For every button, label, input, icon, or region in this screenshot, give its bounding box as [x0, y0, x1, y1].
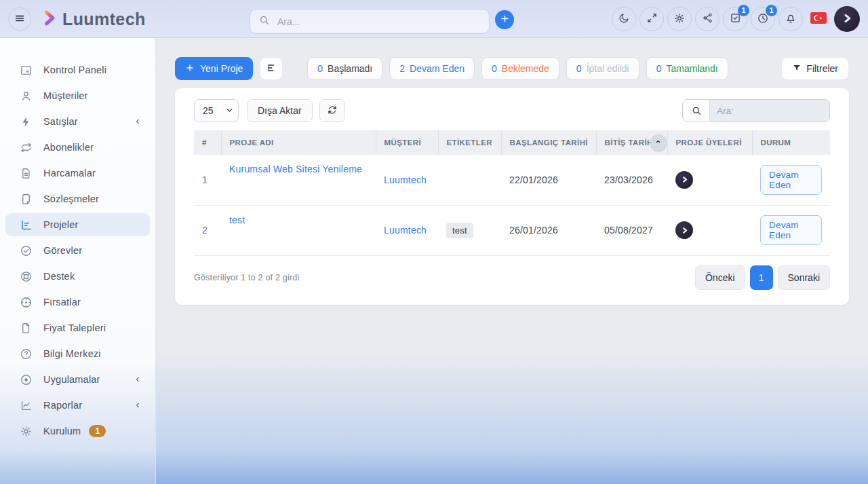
bell-icon	[785, 12, 797, 26]
sidebar-item-label: Uygulamalar	[43, 374, 100, 385]
sidebar-item-label: Kontrol Paneli	[43, 64, 106, 75]
customer-link[interactable]: Luumtech	[384, 225, 427, 236]
tasks-button[interactable]: 1	[723, 7, 747, 31]
time-tracking-button[interactable]: 1	[751, 7, 775, 31]
global-search-input[interactable]	[276, 16, 481, 28]
chip-beklemede[interactable]: 0 Beklemede	[481, 57, 559, 80]
chip-baslamadi[interactable]: 0 Başlamadı	[307, 57, 382, 80]
sidebar-item-label: Satışlar	[43, 116, 78, 127]
pagination: Önceki 1 Sonraki	[695, 265, 830, 290]
member-avatar[interactable]	[675, 171, 693, 189]
settings-button[interactable]	[667, 7, 692, 31]
export-button[interactable]: Dışa Aktar	[247, 99, 313, 122]
refresh-button[interactable]	[319, 99, 345, 122]
subscriptions-icon	[19, 141, 33, 154]
column-header-proje-uyeleri[interactable]: PROJE ÜYELERİ	[667, 130, 752, 155]
project-name-link[interactable]: Kurumsal Web Sitesi Yenileme	[229, 164, 362, 174]
chevron-left-icon	[134, 375, 142, 384]
language-button[interactable]	[806, 7, 831, 31]
time-count-badge: 1	[766, 5, 777, 16]
status-filter-chips: 0 Başlamadı 2 Devam Eden 0 Beklemede 0 İ…	[307, 57, 728, 80]
page-size-select[interactable]: 25	[194, 99, 239, 122]
search-icon	[683, 100, 710, 122]
fullscreen-button[interactable]	[639, 7, 664, 31]
filters-button[interactable]: Filtreler	[781, 57, 849, 80]
sidebar-item-sozlesmeler[interactable]: Sözleşmeler	[5, 187, 150, 210]
projects-card: 25 Dışa Aktar	[175, 88, 849, 305]
brand-chevron-icon	[41, 9, 59, 30]
sort-ascending-button[interactable]	[650, 134, 667, 151]
apps-icon	[19, 373, 33, 386]
row-number-link[interactable]: 2	[202, 225, 208, 236]
sidebar-item-label: Müşteriler	[43, 90, 88, 101]
sidebar-item-gorevler[interactable]: Görevler	[5, 239, 150, 262]
sidebar-item-label: Destek	[43, 271, 75, 282]
column-header-etiketler[interactable]: ETİKETLER	[438, 130, 501, 155]
setup-gear-icon	[19, 424, 33, 438]
sidebar-item-firsatlar[interactable]: Fırsatlar	[5, 291, 150, 314]
sidebar-toggle-button[interactable]	[8, 7, 31, 31]
chip-iptal-edildi[interactable]: 0 İptal edildi	[566, 57, 639, 80]
chip-devam-eden[interactable]: 2 Devam Eden	[389, 57, 475, 80]
column-header-proje-adi[interactable]: PROJE ADI	[221, 130, 376, 155]
column-header-bitis-tarihi[interactable]: BİTİŞ TARİHİ	[596, 130, 667, 155]
reports-icon	[19, 398, 33, 412]
column-header-durum[interactable]: DURUM	[752, 130, 830, 155]
status-badge[interactable]: Devam Eden	[760, 215, 822, 245]
tags-cell	[438, 155, 501, 205]
sidebar-item-musteriler[interactable]: Müşteriler	[5, 84, 150, 107]
sidebar-item-abonelikler[interactable]: Abonelikler	[5, 136, 150, 159]
dark-mode-button[interactable]	[612, 7, 636, 31]
previous-page-button[interactable]: Önceki	[695, 265, 745, 290]
customer-link[interactable]: Luumtech	[384, 174, 427, 185]
start-date: 26/01/2026	[501, 205, 596, 255]
current-page-button[interactable]: 1	[750, 265, 773, 290]
column-header-num[interactable]: #	[194, 130, 221, 155]
projects-icon	[19, 218, 33, 231]
sidebar-item-bilgi-merkezi[interactable]: Bilgi Merkezi	[5, 342, 150, 365]
header-actions: 1 1	[612, 6, 860, 32]
notifications-button[interactable]	[778, 7, 803, 31]
expenses-icon	[19, 166, 33, 180]
share-button[interactable]	[695, 7, 719, 31]
sidebar-item-kurulum[interactable]: Kurulum 1	[5, 420, 150, 443]
column-header-musteri[interactable]: MÜŞTERİ	[376, 130, 438, 155]
sidebar-item-fiyat-talepleri[interactable]: Fiyat Talepleri	[5, 316, 150, 339]
sidebar-item-kontrol-paneli[interactable]: Kontrol Paneli	[5, 58, 150, 81]
sidebar-item-raporlar[interactable]: Raporlar	[5, 394, 150, 417]
brand-logo[interactable]: Luumtech	[41, 0, 146, 38]
column-header-baslangic-tarihi[interactable]: BAŞLANGIÇ TARİHİ	[501, 130, 596, 155]
member-avatar[interactable]	[675, 221, 693, 239]
sidebar-item-satislar[interactable]: Satışlar	[5, 110, 150, 133]
user-avatar[interactable]	[834, 6, 860, 32]
top-header: Luumtech	[0, 0, 868, 38]
column-header-label: BİTİŞ TARİHİ	[605, 138, 656, 147]
row-number-link[interactable]: 1	[202, 174, 208, 185]
sidebar-item-destek[interactable]: Destek	[5, 265, 150, 288]
view-toggle-button[interactable]	[260, 57, 283, 80]
new-project-button[interactable]: Yeni Proje	[175, 57, 253, 80]
sidebar-item-label: Raporlar	[43, 400, 82, 411]
chip-tamamlandi[interactable]: 0 Tamamlandı	[646, 57, 728, 80]
sidebar-item-harcamalar[interactable]: Harcamalar	[5, 162, 150, 185]
plus-icon	[500, 14, 510, 26]
chip-count: 0	[492, 63, 497, 74]
opportunities-icon	[19, 295, 33, 309]
table-header-row: # PROJE ADI MÜŞTERİ ETİKETLER BAŞLANGIÇ …	[194, 130, 830, 155]
gear-icon	[673, 12, 686, 26]
status-badge[interactable]: Devam Eden	[760, 165, 822, 195]
table-toolbar: 25 Dışa Aktar	[194, 99, 830, 122]
next-page-button[interactable]: Sonraki	[778, 265, 830, 290]
list-view-icon	[266, 62, 277, 75]
chip-label: Tamamlandı	[666, 63, 717, 74]
table-search-input[interactable]	[710, 100, 829, 122]
project-name-link[interactable]: test	[229, 215, 245, 225]
global-search	[250, 9, 490, 34]
sidebar-item-uygulamalar[interactable]: Uygulamalar	[5, 368, 150, 391]
support-icon	[19, 269, 33, 283]
new-project-label: Yeni Proje	[200, 63, 243, 74]
quick-add-button[interactable]	[495, 10, 514, 29]
sidebar-item-label: Bilgi Merkezi	[43, 348, 101, 359]
sidebar-item-label: Sözleşmeler	[43, 193, 99, 204]
sidebar-item-projeler[interactable]: Projeler	[5, 213, 150, 236]
